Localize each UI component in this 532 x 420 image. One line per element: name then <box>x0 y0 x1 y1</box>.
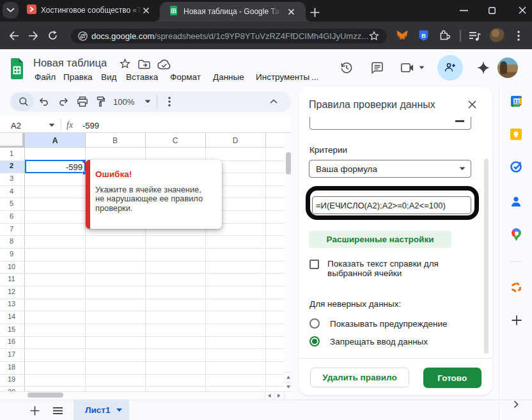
svg-text:31: 31 <box>513 99 520 105</box>
svg-text:B: B <box>421 33 426 39</box>
